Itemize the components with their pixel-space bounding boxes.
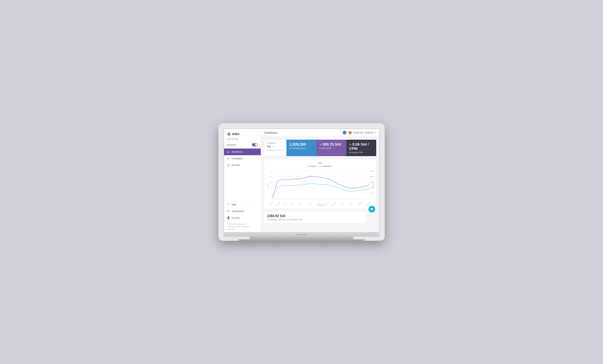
svg-text:2019-12-03 21:00: 2019-12-03 21:00 [306, 201, 311, 206]
svg-text:15: 15 [270, 182, 272, 183]
sidebar-footer: © 2019 AdEx Network OÜ AdEx (ADX) Token … [224, 221, 261, 232]
spend-dot [319, 148, 321, 149]
stat-card-cpm: ~ 0.26 SAI / CPM Average CPM [346, 140, 376, 156]
spend-label: Total Spend [319, 147, 343, 149]
chart-legend: Spend Impressions [267, 165, 373, 167]
impressions-label: Total Impressions [290, 147, 313, 149]
stat-card-spend: ~ 390.75 SAI Total Spend [316, 140, 346, 156]
nav-item-ad-units[interactable]: ☰ Ad Units [224, 162, 261, 169]
topbar: Dashboard 🦊 0X4B71DE...BA8CA1 ▾ [261, 129, 379, 137]
svg-text:10: 10 [270, 187, 272, 189]
megaphone-icon [227, 157, 230, 160]
help-icon: ? [227, 203, 230, 206]
legend-impressions: Impressions [319, 165, 332, 167]
chevron-down-icon: ▾ [375, 132, 375, 134]
nav-label-campaigns: Campaigns [232, 157, 243, 160]
ad-units-icon: ☰ [227, 164, 230, 167]
spend-value: ~ 390.75 SAI [319, 142, 343, 147]
dashboard-body: Timeframe Day ▾ Showing last 24 hours 1,… [261, 137, 379, 232]
svg-text:2019-12-03 19:00: 2019-12-03 19:00 [296, 201, 301, 206]
sidebar-balance: 1284.93 SAI [224, 137, 261, 142]
svg-text:20: 20 [270, 176, 272, 178]
svg-text:80000: 80000 [370, 176, 373, 178]
legend-spend-label: Spend [311, 165, 316, 167]
svg-text:2019-12-04 10:00: 2019-12-04 10:00 [364, 201, 370, 206]
advertiser-toggle-row: Advertiser [224, 142, 261, 148]
svg-text:2019-12-04 05:00: 2019-12-04 05:00 [339, 201, 344, 206]
nav-item-transactions[interactable]: ⇄ Transactions [224, 208, 261, 215]
svg-text:20000: 20000 [370, 193, 373, 194]
svg-text:2019-12-03 15:00: 2019-12-03 15:00 [282, 201, 287, 206]
main-content: Dashboard 🦊 0X4B71DE...BA8CA1 ▾ [261, 129, 379, 232]
account-icon: 👤 [227, 216, 230, 219]
svg-text:25: 25 [270, 170, 272, 172]
chart-area: 25 20 15 10 5 0 100000 80000 60000 400 [267, 169, 373, 206]
metamask-fox-icon: 🦊 [348, 131, 352, 135]
cpm-label: Average CPM [349, 151, 373, 154]
timeframe-label: Timeframe [267, 142, 283, 144]
stat-card-impressions: 1,528,399 Total Impressions [286, 140, 316, 156]
balance-detail: On identity: 1284.83, On channels 0.08 [267, 218, 362, 221]
chat-fab-button[interactable]: 💬 [369, 206, 375, 213]
sidebar: AdEx 1284.93 SAI Advertiser ⊞ Dashboard [224, 129, 261, 232]
svg-text:2019-12-03 11:00: 2019-12-03 11:00 [267, 201, 273, 206]
chart-container: Day Spend Impressions [264, 159, 376, 209]
account-dropdown[interactable]: 🦊 0X4B71DE...BA8CA1 ▾ [342, 131, 375, 135]
sidebar-bottom: ? Help ⇄ Transactions 👤 Account © 2019 A… [224, 201, 261, 232]
impressions-legend-dot [319, 166, 321, 167]
impressions-value: 1,528,399 [290, 142, 313, 147]
nav-item-account[interactable]: 👤 Account [224, 215, 261, 221]
nav-label-dashboard: Dashboard [232, 151, 243, 153]
svg-text:Spend: Spend [267, 184, 268, 188]
timeframe-arrow-icon: ▾ [272, 146, 273, 148]
svg-text:2019-12-04 03:00: 2019-12-04 03:00 [330, 201, 336, 206]
footer-version: v.4.2.6-beta [227, 228, 258, 231]
chart-title: Day [267, 162, 373, 164]
account-avatar [342, 131, 347, 135]
transactions-icon: ⇄ [227, 210, 230, 213]
toggle-label: Advertiser [227, 144, 236, 146]
footer-line2: AdEx (ADX) Token / AdExCore [227, 226, 258, 228]
svg-text:TIMEFRAME: TIMEFRAME [317, 204, 324, 206]
svg-text:Impressions: Impressions [372, 182, 373, 189]
spend-legend-dot [308, 166, 310, 167]
campaigns-icon [227, 157, 230, 160]
timeframe-select[interactable]: Day ▾ [267, 145, 283, 148]
nav-item-help[interactable]: ? Help [224, 201, 261, 208]
timeframe-value: Day [267, 145, 271, 148]
logo-text: AdEx [232, 133, 240, 136]
logo-area: AdEx [224, 129, 261, 137]
timeframe-note: Showing last 24 hours [267, 149, 283, 151]
page-title: Dashboard [265, 131, 277, 134]
chart-svg: 25 20 15 10 5 0 100000 80000 60000 400 [267, 169, 373, 206]
impressions-dot [290, 148, 291, 149]
nav-label-ad-units: Ad Units [232, 164, 240, 167]
svg-text:2019-12-03 13:00: 2019-12-03 13:00 [275, 201, 280, 206]
chat-icon: 💬 [370, 208, 373, 211]
svg-text:100000: 100000 [370, 170, 373, 172]
svg-text:2019-12-03 17:00: 2019-12-03 17:00 [289, 201, 294, 206]
footer-copyright: © 2019 AdEx Network OÜ [227, 223, 258, 226]
svg-marker-1 [228, 133, 230, 135]
nav-label-account: Account [232, 216, 240, 219]
svg-text:0: 0 [370, 198, 371, 200]
balance-section: 1284.92 SAI On identity: 1284.83, On cha… [264, 211, 366, 223]
nav-item-campaigns[interactable]: Campaigns [224, 155, 261, 162]
cpm-value: ~ 0.26 SAI / CPM [349, 142, 373, 151]
adex-logo-icon [227, 132, 231, 136]
nav-item-dashboard[interactable]: ⊞ Dashboard [224, 148, 261, 155]
dashboard-icon: ⊞ [227, 150, 230, 153]
svg-text:2019-12-04 07:00: 2019-12-04 07:00 [347, 201, 353, 206]
stats-row: Timeframe Day ▾ Showing last 24 hours 1,… [264, 140, 376, 156]
nav-label-transactions: Transactions [232, 210, 244, 213]
svg-text:2019-12-04 09:00: 2019-12-04 09:00 [356, 201, 361, 206]
advertiser-toggle[interactable] [252, 143, 258, 146]
cpm-dot [349, 152, 350, 153]
svg-text:0: 0 [271, 198, 271, 200]
balance-amount: 1284.92 SAI [267, 214, 362, 218]
nav-label-help: Help [232, 203, 236, 206]
account-address: 0X4B71DE...BA8CA1 [354, 132, 373, 134]
svg-text:5: 5 [271, 193, 271, 194]
timeframe-card: Timeframe Day ▾ Showing last 24 hours [264, 140, 287, 156]
legend-spend: Spend [308, 165, 316, 167]
